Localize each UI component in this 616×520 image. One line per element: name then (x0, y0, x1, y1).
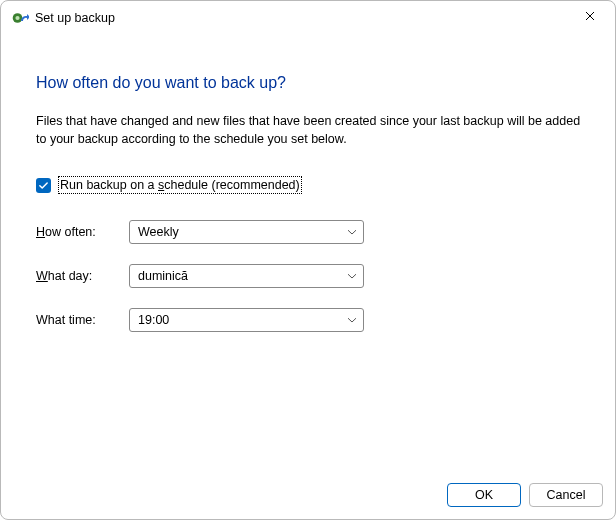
schedule-checkbox-row: Run backup on a schedule (recommended) (36, 176, 587, 194)
close-button[interactable] (571, 4, 609, 28)
titlebar: Set up backup (1, 1, 615, 35)
chevron-down-icon (347, 271, 357, 281)
what-time-row: What time: 19:00 (36, 308, 587, 332)
how-often-value: Weekly (138, 225, 347, 239)
how-often-row: How often: Weekly (36, 220, 587, 244)
dialog-window: Set up backup How often do you want to b… (0, 0, 616, 520)
how-often-label: How often: (36, 225, 129, 239)
cancel-button[interactable]: Cancel (529, 483, 603, 507)
what-day-row: What day: duminică (36, 264, 587, 288)
page-title: How often do you want to back up? (36, 74, 587, 92)
chevron-down-icon (347, 227, 357, 237)
backup-app-icon (12, 10, 29, 27)
window-title: Set up backup (35, 11, 115, 25)
ok-button[interactable]: OK (447, 483, 521, 507)
schedule-checkbox-label[interactable]: Run backup on a schedule (recommended) (58, 176, 302, 194)
svg-point-1 (15, 15, 19, 19)
what-day-label: What day: (36, 269, 129, 283)
what-time-value: 19:00 (138, 313, 347, 327)
dialog-footer: OK Cancel (447, 483, 603, 507)
content-area: How often do you want to back up? Files … (36, 74, 587, 352)
what-time-label: What time: (36, 313, 129, 327)
how-often-select[interactable]: Weekly (129, 220, 364, 244)
what-day-value: duminică (138, 269, 347, 283)
schedule-checkbox[interactable] (36, 178, 51, 193)
chevron-down-icon (347, 315, 357, 325)
close-icon (585, 11, 595, 21)
what-day-select[interactable]: duminică (129, 264, 364, 288)
description-text: Files that have changed and new files th… (36, 112, 587, 148)
checkmark-icon (38, 180, 49, 191)
what-time-select[interactable]: 19:00 (129, 308, 364, 332)
